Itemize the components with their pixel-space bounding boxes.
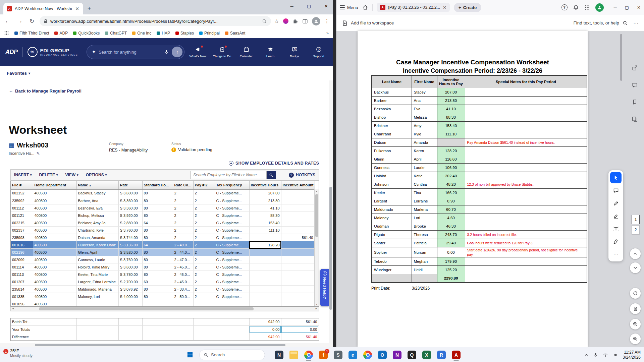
grid-cell[interactable] <box>249 286 281 293</box>
page-thumbnail-1[interactable]: 1 <box>632 215 640 224</box>
column-header-tax-frequency[interactable]: Tax Frequency <box>215 181 249 189</box>
scroll-up-icon[interactable]: ▲ <box>315 189 319 193</box>
column-header-incentive-amount[interactable]: Incentive Amount <box>281 181 315 189</box>
grid-cell[interactable] <box>281 227 315 234</box>
zoom-out-button[interactable] <box>630 334 641 344</box>
scrollbar-thumb[interactable] <box>35 344 285 346</box>
scrollbar-thumb[interactable] <box>315 194 318 237</box>
bookmark-item-quickbooks[interactable]: QuickBooks <box>73 31 100 36</box>
taskbar-app-onenote[interactable]: N <box>391 348 403 362</box>
show-employee-details-link[interactable]: + SHOW EMPLOYEE DETAILS AND RATES <box>229 161 319 166</box>
taskbar-app-chrome-work[interactable] <box>362 348 374 362</box>
start-button[interactable] <box>184 349 196 361</box>
employee-search-input[interactable] <box>190 171 267 179</box>
grid-row[interactable]: 001112400500Beznoska, EvaS 3,360.008022C… <box>11 204 315 212</box>
help-icon[interactable]: ? <box>561 4 568 10</box>
bookmark-item-fifth-third-direct[interactable]: Fifth Third Direct <box>14 31 49 36</box>
document-tab[interactable]: A (Pay 3) 01.23.26 - 03.22.2... ✕ <box>377 3 450 12</box>
grid-cell[interactable] <box>249 234 281 241</box>
grid-cell[interactable]: C - Suppleme... <box>215 204 249 212</box>
grid-row[interactable]: 002152400500Backhus, StaceyS 3,600.00802… <box>11 190 315 197</box>
taskbar-app-quickbooks[interactable]: Q <box>406 348 418 362</box>
taskbar-app-firefox[interactable]: f1 <box>317 348 329 362</box>
grid-cell[interactable]: Maloney, Lori <box>76 293 118 300</box>
grid-cell[interactable]: 80 <box>142 204 173 212</box>
grid-cell[interactable]: S 3,600.00 <box>118 263 142 271</box>
next-page-button[interactable] <box>630 262 641 273</box>
grid-cell[interactable]: 2 <box>193 204 215 212</box>
grid-cell[interactable]: C - Suppleme... <box>215 227 249 234</box>
grid-cell[interactable]: 400500 <box>33 263 76 271</box>
grid-cell[interactable]: 2 <box>173 197 193 204</box>
grid-cell[interactable]: 41.10 <box>249 204 281 212</box>
grid-cell[interactable]: 2 <box>193 241 215 249</box>
grid-cell[interactable] <box>281 190 315 197</box>
weather-widget[interactable]: 1 35°F Mostly cloudy <box>3 349 33 358</box>
create-button[interactable]: + Create <box>454 3 481 12</box>
grid-cell[interactable]: Datson, Amanda <box>76 234 118 241</box>
grid-cell[interactable]: 2 <box>193 278 215 286</box>
grid-cell[interactable] <box>281 219 315 227</box>
bookmark-item-hap[interactable]: HAP <box>157 31 170 36</box>
favorites-bar[interactable]: Favorites ▾ <box>0 66 333 80</box>
hotkeys-button[interactable]: ? HOTKEYS <box>289 173 315 178</box>
grid-cell[interactable] <box>281 204 315 212</box>
acrobat-close-button[interactable]: ✕ <box>637 5 641 10</box>
grid-cell[interactable]: 111.10 <box>249 227 281 234</box>
home-icon[interactable] <box>362 4 368 10</box>
grid-cell[interactable]: C - Suppleme... <box>215 249 249 256</box>
grid-cell[interactable]: Bishop, Melissa <box>76 212 118 219</box>
grid-cell[interactable]: 400500 <box>33 204 76 212</box>
taskbar-app-outlook[interactable]: O <box>376 348 388 362</box>
grid-cell[interactable]: 400500 <box>33 219 76 227</box>
grid-cell[interactable]: S 3,780.00 <box>118 271 142 278</box>
grid-cell[interactable]: Brickner, Amy Jo <box>76 219 118 227</box>
grid-cell[interactable]: S 3,520.00 <box>118 249 142 256</box>
grid-cell[interactable]: S 2,880.00 <box>118 219 142 227</box>
grid-cell[interactable]: 2 - 45.0... <box>173 263 193 271</box>
acrobat-minimize-button[interactable]: ─ <box>614 5 617 10</box>
side-panel-icon[interactable] <box>302 18 308 24</box>
grid-cell[interactable]: 400500 <box>33 256 76 263</box>
grid-cell[interactable] <box>281 241 315 249</box>
grid-cell[interactable]: 2 <box>193 219 215 227</box>
grid-cell[interactable]: 2 <box>193 286 215 293</box>
grid-cell[interactable]: 2 <box>193 256 215 263</box>
file-number-cell[interactable]: 001207 <box>11 278 33 286</box>
microphone-icon[interactable] <box>164 49 169 55</box>
page-horizontal-scrollbar[interactable] <box>0 343 329 347</box>
grid-cell[interactable]: C - Suppleme... <box>215 219 249 227</box>
column-header-rate-co[interactable]: Rate Co... <box>173 181 193 189</box>
taskbar-app-acrobat[interactable]: A <box>450 348 462 362</box>
search-submit-button[interactable]: ↑ <box>172 47 182 57</box>
adp-nav-things-to-do[interactable]: Things to Do <box>213 46 231 58</box>
grid-cell[interactable]: 400500 <box>33 300 76 306</box>
comments-panel-icon[interactable] <box>632 82 638 88</box>
grid-cell[interactable]: Barbee, Ana <box>76 197 118 204</box>
grid-cell[interactable] <box>76 300 118 306</box>
bookmark-star-icon[interactable]: ☆ <box>274 18 279 24</box>
grid-row[interactable]: 235814400500Maldonado, MarlenaS 3,076.92… <box>11 286 315 293</box>
grid-cell[interactable]: 80 <box>142 263 173 271</box>
grid-cell[interactable]: S 3,760.00 <box>118 256 142 263</box>
add-file-button[interactable]: Add file to workspace <box>342 20 394 26</box>
adp-search-bar[interactable]: ✦ ↑ <box>87 45 184 59</box>
menu-delete[interactable]: DELETE▾ <box>39 173 58 177</box>
taskbar-app-edge[interactable]: e <box>347 348 359 362</box>
file-number-cell[interactable]: 002152 <box>11 190 33 197</box>
page-vertical-scrollbar[interactable] <box>329 80 333 347</box>
grid-vertical-scrollbar[interactable]: ▲ ▼ <box>314 189 319 306</box>
tray-expand-icon[interactable] <box>584 353 589 357</box>
grid-cell[interactable]: 80 <box>142 256 173 263</box>
grid-cell[interactable]: 400500 <box>33 241 76 249</box>
adp-nav-bridge[interactable]: BBridge <box>286 46 303 58</box>
grid-cell[interactable]: 2 <box>193 263 215 271</box>
adp-nav-support[interactable]: ?Support <box>310 46 327 58</box>
bookmarks-panel-icon[interactable] <box>632 99 638 105</box>
file-number-cell[interactable]: 001335 <box>11 293 33 300</box>
grid-cell[interactable]: 400500 <box>33 212 76 219</box>
scrollbar-thumb[interactable] <box>329 187 332 310</box>
grid-cell[interactable]: 153.40 <box>249 219 281 227</box>
need-help-tab[interactable]: ? Need Help? <box>320 269 329 306</box>
document-scrollbar[interactable] <box>620 31 623 347</box>
